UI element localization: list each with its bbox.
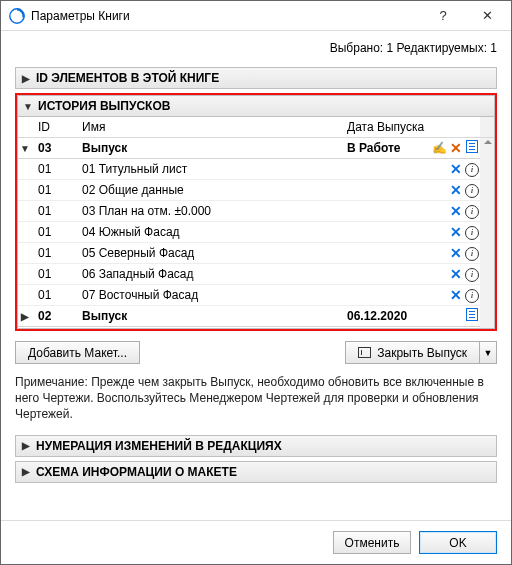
- dialog-footer: Отменить OK: [1, 520, 511, 564]
- history-buttons-row: Добавить Макет... Закрыть Выпуск ▼: [15, 341, 497, 364]
- title-bar: Параметры Книги ? ✕: [1, 1, 511, 31]
- info-icon[interactable]: i: [464, 159, 480, 180]
- delete-icon[interactable]: ✕: [448, 138, 464, 159]
- close-release-button[interactable]: Закрыть Выпуск: [345, 341, 479, 364]
- close-release-split-button: Закрыть Выпуск ▼: [345, 341, 497, 364]
- history-group-row[interactable]: ▼03ВыпускВ Работе✍✕: [18, 138, 494, 159]
- section-layout-info[interactable]: ▶ СХЕМА ИНФОРМАЦИИ О МАКЕТЕ: [15, 461, 497, 483]
- delete-icon[interactable]: ✕: [448, 243, 464, 264]
- section-history[interactable]: ▼ ИСТОРИЯ ВЫПУСКОВ: [17, 95, 495, 117]
- close-window-button[interactable]: ✕: [465, 1, 509, 31]
- add-layout-button[interactable]: Добавить Макет...: [15, 341, 140, 364]
- document-icon[interactable]: [464, 306, 480, 327]
- group-id: 02: [32, 306, 76, 327]
- info-icon[interactable]: i: [464, 285, 480, 306]
- document-icon[interactable]: [464, 138, 480, 159]
- delete-icon[interactable]: ✕: [448, 285, 464, 306]
- delete-icon[interactable]: ✕: [448, 222, 464, 243]
- row-name: 05 Северный Фасад: [76, 243, 341, 264]
- group-name: Выпуск: [76, 306, 341, 327]
- group-date: 06.12.2020: [341, 327, 431, 330]
- history-row[interactable]: 0104 Южный Фасад✕i: [18, 222, 494, 243]
- group-name: Выпуск: [76, 138, 341, 159]
- delete-icon[interactable]: ✕: [448, 201, 464, 222]
- delete-icon[interactable]: ✕: [448, 159, 464, 180]
- section-numbering[interactable]: ▶ НУМЕРАЦИЯ ИЗМЕНЕНИЙ В РЕДАКЦИЯХ: [15, 435, 497, 457]
- history-table-wrap: ID Имя Дата Выпуска ▼03ВыпускВ Работе✍✕0…: [17, 117, 495, 329]
- info-icon[interactable]: i: [464, 180, 480, 201]
- row-id: 01: [32, 222, 76, 243]
- col-name[interactable]: Имя: [76, 117, 341, 138]
- history-group-row[interactable]: ▶01Выпуск06.12.2020: [18, 327, 494, 330]
- history-row[interactable]: 0106 Западный Фасад✕i: [18, 264, 494, 285]
- section-history-label: ИСТОРИЯ ВЫПУСКОВ: [38, 99, 170, 113]
- chevron-right-icon: ▶: [22, 440, 30, 451]
- ok-button[interactable]: OK: [419, 531, 497, 554]
- selection-status: Выбрано: 1 Редактируемых: 1: [15, 39, 497, 63]
- help-button[interactable]: ?: [421, 1, 465, 31]
- info-icon[interactable]: i: [464, 201, 480, 222]
- row-id: 01: [32, 159, 76, 180]
- dialog-content: Выбрано: 1 Редактируемых: 1 ▶ ID ЭЛЕМЕНТ…: [1, 31, 511, 520]
- delete-icon: [448, 306, 464, 327]
- row-id: 01: [32, 180, 76, 201]
- history-header-row: ID Имя Дата Выпуска: [18, 117, 494, 138]
- group-name: Выпуск: [76, 327, 341, 330]
- document-icon[interactable]: [464, 327, 480, 330]
- close-release-label: Закрыть Выпуск: [377, 346, 467, 360]
- history-row[interactable]: 0103 План на отм. ±0.000✕i: [18, 201, 494, 222]
- delete-icon[interactable]: ✕: [448, 264, 464, 285]
- row-id: 01: [32, 285, 76, 306]
- row-id: 01: [32, 201, 76, 222]
- section-id-elements-label: ID ЭЛЕМЕНТОВ В ЭТОЙ КНИГЕ: [36, 71, 219, 85]
- history-row[interactable]: 0101 Титульный лист✕i: [18, 159, 494, 180]
- history-row[interactable]: 0102 Общие данные✕i: [18, 180, 494, 201]
- group-id: 03: [32, 138, 76, 159]
- delete-icon[interactable]: ✕: [448, 180, 464, 201]
- history-table: ID Имя Дата Выпуска ▼03ВыпускВ Работе✍✕0…: [18, 117, 494, 329]
- close-release-icon: [358, 347, 371, 358]
- row-name: 04 Южный Фасад: [76, 222, 341, 243]
- app-icon: [9, 8, 25, 24]
- chevron-down-icon: ▼: [18, 138, 32, 159]
- hand-icon: [431, 327, 448, 330]
- section-layout-info-label: СХЕМА ИНФОРМАЦИИ О МАКЕТЕ: [36, 465, 237, 479]
- group-id: 01: [32, 327, 76, 330]
- group-date: 06.12.2020: [341, 306, 431, 327]
- scrollbar-gutter[interactable]: [480, 138, 494, 330]
- history-row[interactable]: 0105 Северный Фасад✕i: [18, 243, 494, 264]
- chevron-right-icon: ▶: [18, 306, 32, 327]
- row-id: 01: [32, 264, 76, 285]
- history-group-row[interactable]: ▶02Выпуск06.12.2020: [18, 306, 494, 327]
- section-numbering-label: НУМЕРАЦИЯ ИЗМЕНЕНИЙ В РЕДАКЦИЯХ: [36, 439, 282, 453]
- history-row[interactable]: 0107 Восточный Фасад✕i: [18, 285, 494, 306]
- row-name: 02 Общие данные: [76, 180, 341, 201]
- row-name: 07 Восточный Фасад: [76, 285, 341, 306]
- chevron-right-icon: ▶: [22, 466, 30, 477]
- hand-icon: [431, 306, 448, 327]
- hand-icon: ✍: [431, 138, 448, 159]
- row-id: 01: [32, 243, 76, 264]
- row-name: 03 План на отм. ±0.000: [76, 201, 341, 222]
- delete-icon: [448, 327, 464, 330]
- info-icon[interactable]: i: [464, 222, 480, 243]
- row-name: 01 Титульный лист: [76, 159, 341, 180]
- cancel-button[interactable]: Отменить: [333, 531, 411, 554]
- window-title: Параметры Книги: [31, 9, 421, 23]
- info-icon[interactable]: i: [464, 264, 480, 285]
- group-date: В Работе: [341, 138, 431, 159]
- section-id-elements[interactable]: ▶ ID ЭЛЕМЕНТОВ В ЭТОЙ КНИГЕ: [15, 67, 497, 89]
- col-id[interactable]: ID: [32, 117, 76, 138]
- col-date[interactable]: Дата Выпуска: [341, 117, 431, 138]
- chevron-right-icon: ▶: [22, 73, 30, 84]
- note-text: Примечание: Прежде чем закрыть Выпуск, н…: [15, 374, 497, 423]
- history-panel-highlight: ▼ ИСТОРИЯ ВЫПУСКОВ ID Имя Дата Выпуска: [15, 93, 497, 331]
- info-icon[interactable]: i: [464, 243, 480, 264]
- close-release-dropdown[interactable]: ▼: [479, 341, 497, 364]
- chevron-right-icon: ▶: [18, 327, 32, 330]
- chevron-down-icon: ▼: [24, 101, 32, 112]
- row-name: 06 Западный Фасад: [76, 264, 341, 285]
